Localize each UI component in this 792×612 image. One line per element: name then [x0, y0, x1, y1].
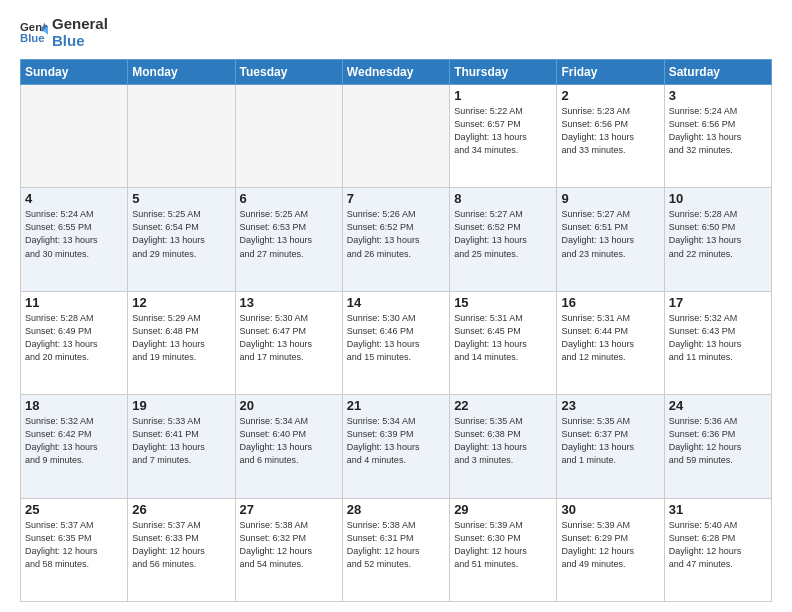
day-info: Sunrise: 5:25 AMSunset: 6:54 PMDaylight:…	[132, 208, 230, 260]
day-number: 6	[240, 191, 338, 206]
day-number: 26	[132, 502, 230, 517]
day-cell-12: 12Sunrise: 5:29 AMSunset: 6:48 PMDayligh…	[128, 291, 235, 394]
day-info: Sunrise: 5:33 AMSunset: 6:41 PMDaylight:…	[132, 415, 230, 467]
day-info: Sunrise: 5:35 AMSunset: 6:37 PMDaylight:…	[561, 415, 659, 467]
day-cell-5: 5Sunrise: 5:25 AMSunset: 6:54 PMDaylight…	[128, 188, 235, 291]
day-cell-8: 8Sunrise: 5:27 AMSunset: 6:52 PMDaylight…	[450, 188, 557, 291]
day-cell-15: 15Sunrise: 5:31 AMSunset: 6:45 PMDayligh…	[450, 291, 557, 394]
weekday-header-monday: Monday	[128, 60, 235, 85]
day-info: Sunrise: 5:31 AMSunset: 6:45 PMDaylight:…	[454, 312, 552, 364]
weekday-header-thursday: Thursday	[450, 60, 557, 85]
day-info: Sunrise: 5:34 AMSunset: 6:40 PMDaylight:…	[240, 415, 338, 467]
day-number: 9	[561, 191, 659, 206]
week-row-5: 25Sunrise: 5:37 AMSunset: 6:35 PMDayligh…	[21, 498, 772, 601]
day-number: 27	[240, 502, 338, 517]
day-info: Sunrise: 5:30 AMSunset: 6:46 PMDaylight:…	[347, 312, 445, 364]
day-info: Sunrise: 5:39 AMSunset: 6:29 PMDaylight:…	[561, 519, 659, 571]
day-cell-26: 26Sunrise: 5:37 AMSunset: 6:33 PMDayligh…	[128, 498, 235, 601]
day-number: 12	[132, 295, 230, 310]
week-row-4: 18Sunrise: 5:32 AMSunset: 6:42 PMDayligh…	[21, 395, 772, 498]
logo-text: General Blue	[52, 16, 108, 49]
weekday-header-wednesday: Wednesday	[342, 60, 449, 85]
day-info: Sunrise: 5:26 AMSunset: 6:52 PMDaylight:…	[347, 208, 445, 260]
day-info: Sunrise: 5:31 AMSunset: 6:44 PMDaylight:…	[561, 312, 659, 364]
day-number: 15	[454, 295, 552, 310]
day-number: 30	[561, 502, 659, 517]
day-info: Sunrise: 5:28 AMSunset: 6:49 PMDaylight:…	[25, 312, 123, 364]
day-number: 21	[347, 398, 445, 413]
day-cell-16: 16Sunrise: 5:31 AMSunset: 6:44 PMDayligh…	[557, 291, 664, 394]
day-info: Sunrise: 5:34 AMSunset: 6:39 PMDaylight:…	[347, 415, 445, 467]
week-row-2: 4Sunrise: 5:24 AMSunset: 6:55 PMDaylight…	[21, 188, 772, 291]
day-info: Sunrise: 5:37 AMSunset: 6:35 PMDaylight:…	[25, 519, 123, 571]
day-cell-9: 9Sunrise: 5:27 AMSunset: 6:51 PMDaylight…	[557, 188, 664, 291]
day-number: 20	[240, 398, 338, 413]
day-cell-25: 25Sunrise: 5:37 AMSunset: 6:35 PMDayligh…	[21, 498, 128, 601]
day-number: 17	[669, 295, 767, 310]
day-cell-7: 7Sunrise: 5:26 AMSunset: 6:52 PMDaylight…	[342, 188, 449, 291]
weekday-header-friday: Friday	[557, 60, 664, 85]
day-info: Sunrise: 5:38 AMSunset: 6:31 PMDaylight:…	[347, 519, 445, 571]
day-info: Sunrise: 5:27 AMSunset: 6:51 PMDaylight:…	[561, 208, 659, 260]
empty-cell	[342, 85, 449, 188]
day-number: 16	[561, 295, 659, 310]
day-cell-31: 31Sunrise: 5:40 AMSunset: 6:28 PMDayligh…	[664, 498, 771, 601]
day-cell-4: 4Sunrise: 5:24 AMSunset: 6:55 PMDaylight…	[21, 188, 128, 291]
day-cell-30: 30Sunrise: 5:39 AMSunset: 6:29 PMDayligh…	[557, 498, 664, 601]
day-number: 29	[454, 502, 552, 517]
day-info: Sunrise: 5:30 AMSunset: 6:47 PMDaylight:…	[240, 312, 338, 364]
calendar-table: SundayMondayTuesdayWednesdayThursdayFrid…	[20, 59, 772, 602]
day-cell-21: 21Sunrise: 5:34 AMSunset: 6:39 PMDayligh…	[342, 395, 449, 498]
day-info: Sunrise: 5:32 AMSunset: 6:43 PMDaylight:…	[669, 312, 767, 364]
day-cell-14: 14Sunrise: 5:30 AMSunset: 6:46 PMDayligh…	[342, 291, 449, 394]
day-number: 25	[25, 502, 123, 517]
day-number: 24	[669, 398, 767, 413]
day-number: 14	[347, 295, 445, 310]
day-info: Sunrise: 5:38 AMSunset: 6:32 PMDaylight:…	[240, 519, 338, 571]
day-info: Sunrise: 5:28 AMSunset: 6:50 PMDaylight:…	[669, 208, 767, 260]
day-cell-29: 29Sunrise: 5:39 AMSunset: 6:30 PMDayligh…	[450, 498, 557, 601]
day-info: Sunrise: 5:24 AMSunset: 6:55 PMDaylight:…	[25, 208, 123, 260]
day-cell-22: 22Sunrise: 5:35 AMSunset: 6:38 PMDayligh…	[450, 395, 557, 498]
weekday-header-saturday: Saturday	[664, 60, 771, 85]
day-number: 19	[132, 398, 230, 413]
day-info: Sunrise: 5:24 AMSunset: 6:56 PMDaylight:…	[669, 105, 767, 157]
day-cell-23: 23Sunrise: 5:35 AMSunset: 6:37 PMDayligh…	[557, 395, 664, 498]
logo-icon: General Blue	[20, 19, 48, 47]
weekday-header-row: SundayMondayTuesdayWednesdayThursdayFrid…	[21, 60, 772, 85]
day-number: 31	[669, 502, 767, 517]
day-cell-11: 11Sunrise: 5:28 AMSunset: 6:49 PMDayligh…	[21, 291, 128, 394]
day-number: 7	[347, 191, 445, 206]
day-number: 23	[561, 398, 659, 413]
week-row-1: 1Sunrise: 5:22 AMSunset: 6:57 PMDaylight…	[21, 85, 772, 188]
logo: General Blue General Blue	[20, 16, 108, 49]
day-info: Sunrise: 5:37 AMSunset: 6:33 PMDaylight:…	[132, 519, 230, 571]
day-number: 28	[347, 502, 445, 517]
day-info: Sunrise: 5:36 AMSunset: 6:36 PMDaylight:…	[669, 415, 767, 467]
page-header: General Blue General Blue	[20, 16, 772, 49]
day-cell-28: 28Sunrise: 5:38 AMSunset: 6:31 PMDayligh…	[342, 498, 449, 601]
day-number: 2	[561, 88, 659, 103]
day-info: Sunrise: 5:39 AMSunset: 6:30 PMDaylight:…	[454, 519, 552, 571]
day-info: Sunrise: 5:35 AMSunset: 6:38 PMDaylight:…	[454, 415, 552, 467]
day-cell-24: 24Sunrise: 5:36 AMSunset: 6:36 PMDayligh…	[664, 395, 771, 498]
day-cell-6: 6Sunrise: 5:25 AMSunset: 6:53 PMDaylight…	[235, 188, 342, 291]
day-cell-19: 19Sunrise: 5:33 AMSunset: 6:41 PMDayligh…	[128, 395, 235, 498]
day-cell-13: 13Sunrise: 5:30 AMSunset: 6:47 PMDayligh…	[235, 291, 342, 394]
day-number: 18	[25, 398, 123, 413]
day-number: 13	[240, 295, 338, 310]
day-info: Sunrise: 5:40 AMSunset: 6:28 PMDaylight:…	[669, 519, 767, 571]
day-number: 8	[454, 191, 552, 206]
day-number: 5	[132, 191, 230, 206]
day-info: Sunrise: 5:25 AMSunset: 6:53 PMDaylight:…	[240, 208, 338, 260]
week-row-3: 11Sunrise: 5:28 AMSunset: 6:49 PMDayligh…	[21, 291, 772, 394]
day-info: Sunrise: 5:27 AMSunset: 6:52 PMDaylight:…	[454, 208, 552, 260]
day-number: 22	[454, 398, 552, 413]
day-number: 4	[25, 191, 123, 206]
day-cell-2: 2Sunrise: 5:23 AMSunset: 6:56 PMDaylight…	[557, 85, 664, 188]
day-number: 1	[454, 88, 552, 103]
empty-cell	[21, 85, 128, 188]
day-info: Sunrise: 5:23 AMSunset: 6:56 PMDaylight:…	[561, 105, 659, 157]
day-info: Sunrise: 5:29 AMSunset: 6:48 PMDaylight:…	[132, 312, 230, 364]
empty-cell	[235, 85, 342, 188]
